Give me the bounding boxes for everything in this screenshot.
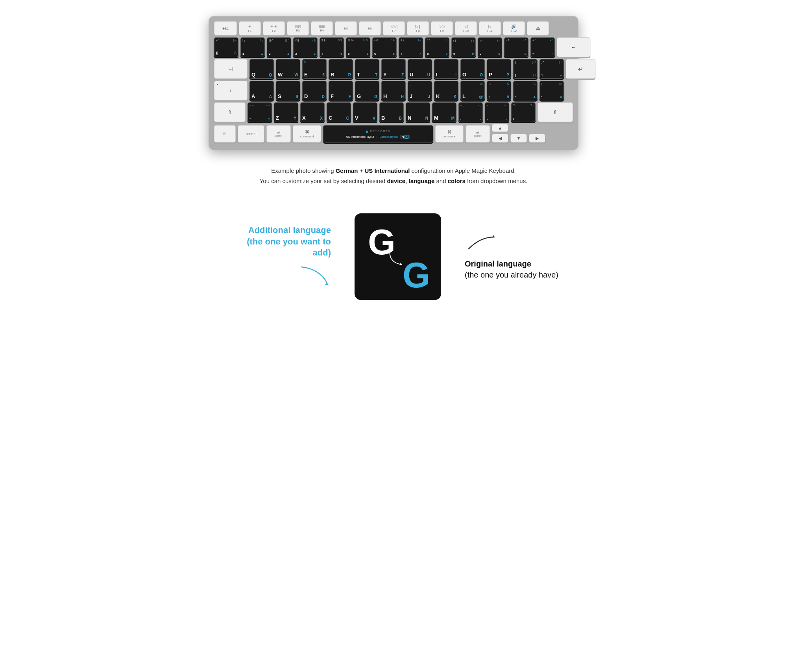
keyboard-section: esc ☀ F1 ☀☀ F2 ⊡⊡ F3 ⊞⊞ F4 F5 F6 [165, 16, 622, 150]
esc-key[interactable]: esc [214, 21, 237, 35]
f8-key[interactable]: ▷‖ F8 [407, 21, 429, 35]
semicolon-key[interactable]: : ; ; Ö ; Ö [487, 81, 511, 100]
arrow-left-svg [299, 265, 331, 289]
arrow-up-key[interactable]: ▲ [492, 124, 508, 132]
period-key[interactable]: > : > : . . [485, 102, 509, 122]
f11-key[interactable]: ▷ F11 [479, 21, 501, 35]
z-key[interactable]: Z Y [274, 102, 298, 122]
caps-lock-key[interactable]: • ⇪ [214, 81, 248, 100]
f12-label: F12 [511, 29, 517, 33]
arrow-right-key[interactable]: ▶ [529, 134, 545, 143]
f5-label: F5 [344, 27, 347, 30]
key-2[interactable]: @ " @ " 2 2 [267, 37, 291, 57]
p-key[interactable]: P P [487, 59, 511, 79]
w-key[interactable]: W W [276, 59, 300, 79]
backslash-key[interactable]: | ' \ # \ # [539, 81, 564, 100]
f11-label: F11 [487, 29, 493, 33]
left-shift-key[interactable]: ⇧ [214, 102, 246, 122]
s-key[interactable]: S S [276, 81, 300, 100]
key-equals[interactable]: + ` + ` = ' [530, 37, 555, 57]
f10-key[interactable]: ◁ F10 [455, 21, 477, 35]
description-section: Example photo showing German + US Intern… [165, 166, 622, 186]
b-key[interactable]: B B [379, 102, 404, 122]
left-command-key[interactable]: ⌘ command [293, 125, 321, 143]
h-key[interactable]: H H [381, 81, 406, 100]
t-key[interactable]: T T [355, 59, 379, 79]
asdf-row: • ⇪ A A S S D D _ F F [214, 81, 573, 100]
key-6[interactable]: ^ & ^ & 6 6 [372, 37, 397, 57]
layout-blue-label: German layout [380, 135, 398, 138]
right-option-key[interactable]: alt option [466, 125, 490, 143]
arrow-down-key[interactable]: ▼ [510, 134, 527, 143]
q-key[interactable]: Q Q [249, 59, 274, 79]
spacebar-key[interactable]: k KEYPORTS US International layout | Ger… [323, 125, 433, 143]
c-key[interactable]: C C [327, 102, 351, 122]
fn-key[interactable]: fn [214, 125, 236, 143]
backspace-key[interactable]: ← [557, 37, 590, 57]
arrow-to-g-white [229, 265, 331, 289]
key-0[interactable]: ) = ) = 0 0 [478, 37, 502, 57]
f3-label: F3 [296, 29, 299, 32]
l-key[interactable]: @ L @ [460, 81, 485, 100]
f1-key[interactable]: ☀ F1 [239, 21, 261, 35]
comma-key[interactable]: < ; < ; , , [458, 102, 483, 122]
key-3[interactable]: # § # § 3 3 [293, 37, 318, 57]
tilde-key[interactable]: ~ > ~ > ~ < [248, 102, 272, 122]
f9-key[interactable]: ▷▷ F9 [431, 21, 453, 35]
control-key[interactable]: control [238, 125, 264, 143]
quote-key[interactable]: " , ' Ä ' Ä [513, 81, 538, 100]
slash-key[interactable]: ? - ? - / - [511, 102, 536, 122]
e-key[interactable]: € E € [302, 59, 327, 79]
y-key[interactable]: Y Z [381, 59, 406, 79]
u-key[interactable]: U U [408, 59, 432, 79]
right-command-key[interactable]: ⌘ command [435, 125, 464, 143]
d-key[interactable]: D D [302, 81, 327, 100]
x-key[interactable]: X X [300, 102, 325, 122]
f4-key[interactable]: ⊞⊞ F4 [311, 21, 333, 35]
j-key[interactable]: _ J J [408, 81, 432, 100]
arrow-cluster: ▲ ◀ ▼ ▶ [492, 124, 545, 143]
f-key[interactable]: _ F F [329, 81, 353, 100]
enter-key[interactable]: ↵ [566, 59, 595, 79]
f5-key[interactable]: F5 [335, 21, 357, 35]
modifier-row: fn control alt option ⌘ command k [214, 124, 573, 143]
spacebar-logo: k KEYPORTS [366, 129, 390, 134]
backtick-key[interactable]: ± ° § ^ § ^ [214, 37, 238, 57]
left-option-key[interactable]: alt option [266, 125, 291, 143]
bracket-open-key[interactable]: { [ Ü [ Ü [513, 59, 538, 79]
g-key[interactable]: G G [355, 81, 379, 100]
eject-key[interactable]: ⏏ [527, 21, 549, 35]
arrow-left-key[interactable]: ◀ [492, 134, 508, 143]
f3-key[interactable]: ⊡⊡ F3 [287, 21, 309, 35]
r-key[interactable]: R R [329, 59, 353, 79]
number-row: ± ° § ^ § ^ ! ¡ ! ¡ 1 1 @ " @ " 2 2 # § [214, 37, 573, 57]
i-key[interactable]: I I [434, 59, 458, 79]
f2-key[interactable]: ☀☀ F2 [263, 21, 285, 35]
f1-label: F1 [248, 29, 251, 33]
key-1[interactable]: ! ¡ ! ¡ 1 1 [240, 37, 265, 57]
key-9[interactable]: ( ) ( ) 9 9 [451, 37, 476, 57]
f12-key[interactable]: 🔊 F12 [503, 21, 525, 35]
legend-key-box: G G [355, 213, 441, 300]
qwerty-row: →| Q Q W W € E € R R [214, 59, 573, 79]
k-key[interactable]: K K [434, 81, 458, 100]
n-key[interactable]: N N [406, 102, 430, 122]
f6-label: F6 [368, 27, 371, 30]
key-7[interactable]: & / & / 7 7 [399, 37, 423, 57]
v-key[interactable]: V V [353, 102, 377, 122]
m-key[interactable]: M M [432, 102, 456, 122]
o-key[interactable]: O O [460, 59, 485, 79]
key-4[interactable]: $ $ $ $ 4 4 [320, 37, 344, 57]
g-blue: G [403, 257, 430, 293]
key-minus[interactable]: - ? - ? - ß [504, 37, 528, 57]
original-language-block: Original language(the one you already ha… [465, 233, 558, 280]
f6-key[interactable]: F6 [359, 21, 381, 35]
key-8[interactable]: * ( * ( 8 8 [425, 37, 449, 57]
a-key[interactable]: A A [249, 81, 274, 100]
function-key-row: esc ☀ F1 ☀☀ F2 ⊡⊡ F3 ⊞⊞ F4 F5 F6 [214, 21, 573, 35]
right-shift-key[interactable]: ⇧ [538, 102, 573, 122]
tab-key[interactable]: →| [214, 59, 248, 79]
key-5[interactable]: % % % % 5 5 [346, 37, 370, 57]
bracket-close-key[interactable]: } * ] + ] + [539, 59, 564, 79]
f7-key[interactable]: ◁◁ F7 [383, 21, 405, 35]
